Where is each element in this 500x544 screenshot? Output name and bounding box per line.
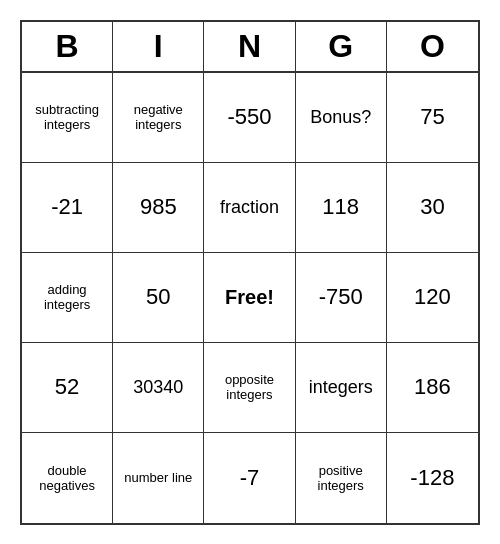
bingo-cell-12: Free! — [204, 253, 295, 343]
header-letter-I: I — [113, 22, 204, 71]
bingo-cell-17: opposite integers — [204, 343, 295, 433]
bingo-cell-7: fraction — [204, 163, 295, 253]
header-letter-O: O — [387, 22, 478, 71]
bingo-cell-2: -550 — [204, 73, 295, 163]
bingo-cell-24: -128 — [387, 433, 478, 523]
bingo-cell-23: positive integers — [296, 433, 387, 523]
bingo-card: BINGO subtracting integersnegative integ… — [20, 20, 480, 525]
bingo-cell-10: adding integers — [22, 253, 113, 343]
bingo-cell-0: subtracting integers — [22, 73, 113, 163]
bingo-cell-9: 30 — [387, 163, 478, 253]
bingo-cell-15: 52 — [22, 343, 113, 433]
bingo-cell-18: integers — [296, 343, 387, 433]
bingo-cell-11: 50 — [113, 253, 204, 343]
bingo-cell-6: 985 — [113, 163, 204, 253]
bingo-cell-21: number line — [113, 433, 204, 523]
bingo-cell-3: Bonus? — [296, 73, 387, 163]
bingo-cell-16: 30340 — [113, 343, 204, 433]
bingo-cell-22: -7 — [204, 433, 295, 523]
bingo-cell-1: negative integers — [113, 73, 204, 163]
header-letter-G: G — [296, 22, 387, 71]
bingo-grid: subtracting integersnegative integers-55… — [22, 73, 478, 523]
header-letter-N: N — [204, 22, 295, 71]
bingo-cell-20: double negatives — [22, 433, 113, 523]
bingo-cell-14: 120 — [387, 253, 478, 343]
bingo-cell-4: 75 — [387, 73, 478, 163]
bingo-header: BINGO — [22, 22, 478, 73]
bingo-cell-5: -21 — [22, 163, 113, 253]
bingo-cell-8: 118 — [296, 163, 387, 253]
bingo-cell-19: 186 — [387, 343, 478, 433]
bingo-cell-13: -750 — [296, 253, 387, 343]
header-letter-B: B — [22, 22, 113, 71]
